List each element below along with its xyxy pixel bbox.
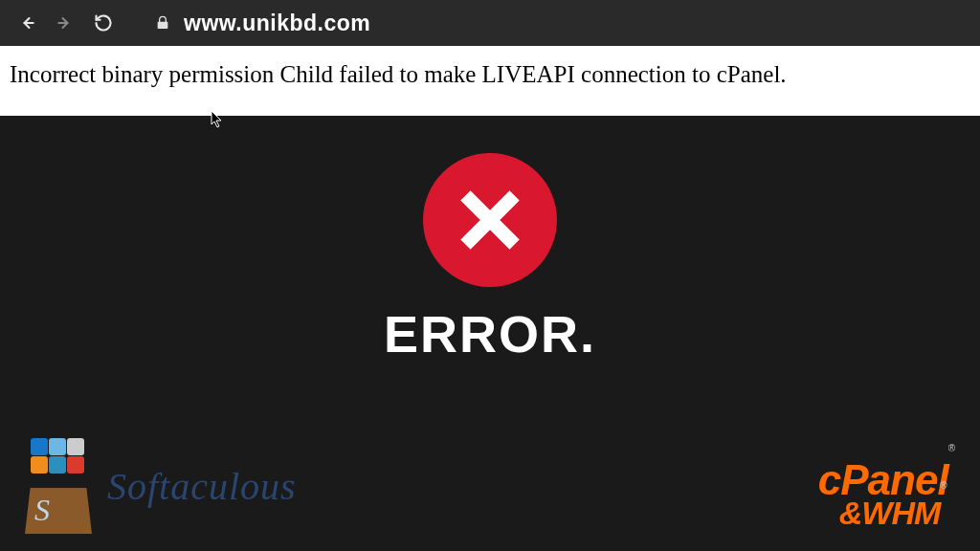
browser-toolbar: www.unikbd.com (0, 0, 980, 46)
reload-button[interactable] (94, 13, 113, 33)
error-message-panel: Incorrect binary permission Child failed… (0, 46, 980, 116)
cursor-icon (211, 110, 224, 129)
registered-icon: ® (948, 444, 955, 452)
error-circle-icon (423, 153, 557, 287)
softaculous-bag-icon: S (17, 438, 100, 534)
cpanel-wordmark: cPanel (818, 461, 948, 499)
back-button[interactable] (17, 13, 36, 33)
cpanel-whm-logo: cPanel ® &WHM ® (818, 461, 955, 528)
address-bar[interactable]: www.unikbd.com (155, 11, 370, 36)
forward-button[interactable] (56, 13, 75, 33)
lock-icon (155, 15, 170, 31)
softaculous-wordmark: Softaculous (107, 464, 297, 509)
softaculous-logo: S Softaculous (17, 438, 297, 534)
error-label: ERROR. (384, 304, 596, 364)
url-text: www.unikbd.com (184, 11, 370, 36)
whm-wordmark: &WHM (839, 498, 941, 528)
nav-icons-group (17, 13, 113, 33)
error-message-text: Incorrect binary permission Child failed… (10, 59, 970, 91)
registered-icon: ® (940, 481, 947, 490)
error-badge-block: ERROR. (384, 153, 596, 364)
